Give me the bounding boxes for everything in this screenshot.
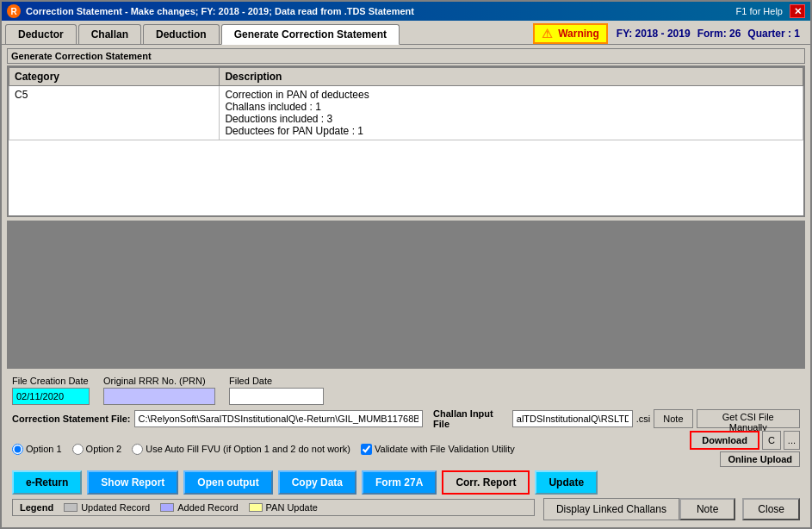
correction-path-input[interactable] (134, 410, 424, 427)
validate-label: Validate with File Validation Utility (361, 444, 515, 455)
correction-file-row: Correction Statement File: Challan Input… (12, 408, 800, 429)
tab-challan[interactable]: Challan (78, 24, 141, 44)
bottom-section: File Creation Date Original RRR No. (PRN… (7, 372, 805, 524)
window-title: Correction Statement - Make changes; FY:… (26, 6, 414, 16)
col-category: Category (9, 68, 220, 86)
rrr-label: Original RRR No. (PRN) (103, 376, 215, 386)
form-label: Form: 26 (697, 28, 741, 40)
warning-icon: ⚠ (542, 27, 553, 40)
validate-checkbox[interactable] (361, 444, 372, 455)
creation-date-group: File Creation Date (12, 376, 90, 405)
copy-data-button[interactable]: Copy Data (278, 470, 356, 495)
legend-added-icon (160, 503, 174, 512)
legend-title: Legend (20, 502, 53, 513)
update-button[interactable]: Update (535, 470, 598, 495)
warning-badge: ⚠ Warning (533, 23, 608, 44)
legend-updated-label: Updated Record (81, 502, 150, 513)
csi-ext-label: .csi (636, 414, 651, 424)
form-27a-button[interactable]: Form 27A (362, 470, 437, 495)
get-csi-button[interactable]: Get CSI File Manually (697, 409, 800, 428)
table-row[interactable]: C5 Correction in PAN of deductees Challa… (9, 86, 803, 140)
section-title: Generate Correction Statement (7, 48, 805, 64)
legend-pan-label: PAN Update (266, 502, 318, 513)
close-button[interactable]: Close (742, 498, 800, 520)
creation-date-label: File Creation Date (12, 376, 90, 386)
legend-updated: Updated Record (64, 502, 150, 513)
footer-right-buttons: Note Close (679, 498, 800, 520)
correction-file-label: Correction Statement File: (12, 414, 131, 424)
rrr-group: Original RRR No. (PRN) (103, 376, 215, 405)
filed-date-label: Filed Date (229, 376, 324, 386)
download-button[interactable]: Download (690, 431, 759, 450)
c-button[interactable]: C (762, 431, 781, 450)
download-row: Option 1 Option 2 Use Auto Fill FVU (if … (12, 431, 800, 467)
col-description: Description (220, 68, 803, 86)
action-buttons-row: e-Return Show Report Open output Copy Da… (12, 470, 800, 495)
tab-generate[interactable]: Generate Correction Statement (221, 24, 400, 45)
options-row: Option 1 Option 2 Use Auto Fill FVU (if … (12, 444, 685, 455)
footer-row: Legend Updated Record Added Record PAN U… (12, 498, 800, 520)
tab-bar: Deductor Challan Deduction Generate Corr… (2, 21, 810, 45)
note-footer-button[interactable]: Note (679, 498, 735, 520)
empty-area (7, 221, 805, 369)
dots-button[interactable]: ... (784, 431, 800, 450)
option2-radio[interactable] (72, 444, 84, 455)
note-button[interactable]: Note (654, 409, 692, 428)
title-bar: R Correction Statement - Make changes; F… (2, 2, 810, 21)
cell-category: C5 (9, 86, 220, 140)
autofill-radio[interactable] (132, 444, 143, 455)
legend-pan: PAN Update (249, 502, 318, 513)
tab-deduction[interactable]: Deduction (143, 24, 220, 44)
content-area: Generate Correction Statement Category D… (2, 45, 810, 527)
filed-date-input[interactable] (229, 388, 324, 405)
correction-table: Category Description C5 Correction in PA… (7, 65, 805, 217)
tab-info: FY: 2018 - 2019 Form: 26 Quarter : 1 (610, 28, 807, 40)
close-window-button[interactable]: ✕ (790, 4, 805, 18)
warning-label: Warning (558, 28, 599, 40)
online-upload-label: Online Upload (720, 451, 800, 467)
legend-pan-icon (249, 503, 263, 512)
show-report-button[interactable]: Show Report (87, 470, 178, 495)
filed-date-group: Filed Date (229, 376, 324, 405)
option2-label: Option 2 (72, 444, 122, 455)
e-return-button[interactable]: e-Return (12, 470, 82, 495)
legend-added-label: Added Record (177, 502, 238, 513)
option1-label: Option 1 (12, 444, 62, 455)
dates-row: File Creation Date Original RRR No. (PRN… (12, 376, 800, 405)
option1-radio[interactable] (12, 444, 23, 455)
quarter-label: Quarter : 1 (747, 28, 800, 40)
legend-added: Added Record (160, 502, 238, 513)
autofill-label: Use Auto Fill FVU (if Option 1 and 2 do … (132, 444, 350, 455)
tab-deductor[interactable]: Deductor (5, 24, 77, 44)
main-window: R Correction Statement - Make changes; F… (0, 0, 812, 529)
legend-updated-icon (64, 503, 77, 512)
display-challans-button[interactable]: Display Linked Challans (543, 498, 679, 520)
creation-date-input[interactable] (12, 388, 90, 405)
challan-input-label: Challan Input File (433, 408, 509, 429)
rrr-input[interactable] (103, 388, 215, 405)
cell-description: Correction in PAN of deductees Challans … (220, 86, 803, 140)
corr-report-button[interactable]: Corr. Report (442, 470, 530, 495)
help-text: F1 for Help (736, 6, 783, 16)
fy-label: FY: 2018 - 2019 (617, 28, 691, 40)
right-action-group: Download C ... Online Upload (690, 431, 800, 467)
legend-section: Legend Updated Record Added Record PAN U… (12, 499, 535, 516)
challan-path-input[interactable] (512, 410, 633, 427)
open-output-button[interactable]: Open output (183, 470, 272, 495)
app-icon: R (7, 4, 21, 18)
